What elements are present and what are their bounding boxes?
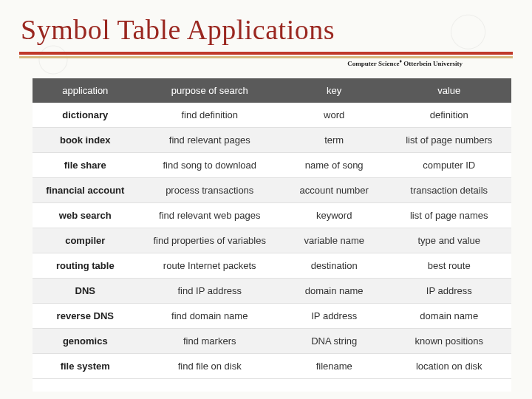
table-row: reverse DNSfind domain nameIP addressdom… [33, 304, 511, 329]
table-row: routing tableroute Internet packetsdesti… [33, 253, 511, 279]
th-purpose: purpose of search [138, 78, 282, 103]
cell-app: routing table [33, 253, 138, 279]
th-application: application [33, 78, 138, 103]
cell-value: location on disk [386, 354, 511, 379]
cell-key: variable name [282, 228, 387, 253]
cell-value: known positions [386, 329, 511, 354]
cell-value: best route [386, 253, 511, 279]
affiliation-suffix: Otterbein University [403, 60, 463, 67]
cell-key: term [282, 128, 387, 153]
table-row: financial accountprocess transactionsacc… [33, 178, 511, 203]
cell-value: type and value [386, 228, 511, 253]
cell-app: dictionary [33, 103, 138, 128]
cell-purpose: find properties of variables [138, 228, 282, 253]
cell-app: book index [33, 128, 138, 153]
cell-key: filename [282, 354, 387, 379]
table-row: book indexfind relevant pagestermlist of… [33, 128, 511, 153]
rule-red [19, 52, 513, 55]
table-row: compilerfind properties of variablesvari… [33, 228, 511, 253]
cell-app: file share [33, 153, 138, 178]
applications-table: application purpose of search key value … [33, 78, 511, 379]
cell-purpose: find markers [138, 329, 282, 354]
cell-purpose: find IP address [138, 279, 282, 304]
cell-app: web search [33, 203, 138, 228]
cell-key: name of song [282, 153, 387, 178]
cell-value: computer ID [386, 153, 511, 178]
cell-purpose: find relevant pages [138, 128, 282, 153]
cell-value: transaction details [386, 178, 511, 203]
cell-app: financial account [33, 178, 138, 203]
table-row: DNSfind IP addressdomain nameIP address [33, 279, 511, 304]
cell-app: compiler [33, 228, 138, 253]
table-row: file systemfind file on diskfilenameloca… [33, 354, 511, 379]
cell-value: domain name [386, 304, 511, 329]
cell-app: reverse DNS [33, 304, 138, 329]
cell-purpose: find domain name [138, 304, 282, 329]
diamond-icon: ♦ [399, 58, 402, 64]
cell-key: IP address [282, 304, 387, 329]
cell-key: keyword [282, 203, 387, 228]
divider-rules [19, 52, 513, 58]
cell-value: definition [386, 103, 511, 128]
affiliation: Computer Science♦ Otterbein University [344, 58, 466, 67]
cell-app: DNS [33, 279, 138, 304]
table-row: dictionaryfind definitionworddefinition [33, 103, 511, 128]
cell-purpose: process transactions [138, 178, 282, 203]
table-header-row: application purpose of search key value [33, 78, 511, 103]
cell-key: domain name [282, 279, 387, 304]
page-title: Symbol Table Applications [0, 0, 532, 50]
cell-app: genomics [33, 329, 138, 354]
table-container: application purpose of search key value … [33, 78, 511, 392]
cell-purpose: find definition [138, 103, 282, 128]
cell-value: IP address [386, 279, 511, 304]
th-key: key [282, 78, 387, 103]
table-row: web searchfind relevant web pageskeyword… [33, 203, 511, 228]
affiliation-prefix: Computer Science [347, 60, 399, 67]
cell-purpose: find file on disk [138, 354, 282, 379]
cell-key: account number [282, 178, 387, 203]
cell-purpose: find relevant web pages [138, 203, 282, 228]
cell-key: word [282, 103, 387, 128]
cell-purpose: find song to download [138, 153, 282, 178]
cell-purpose: route Internet packets [138, 253, 282, 279]
slide: Symbol Table Applications Computer Scien… [0, 0, 532, 399]
cell-key: destination [282, 253, 387, 279]
cell-key: DNA string [282, 329, 387, 354]
th-value: value [386, 78, 511, 103]
table-row: file sharefind song to downloadname of s… [33, 153, 511, 178]
table-row: genomicsfind markersDNA stringknown posi… [33, 329, 511, 354]
cell-app: file system [33, 354, 138, 379]
cell-value: list of page numbers [386, 128, 511, 153]
cell-value: list of page names [386, 203, 511, 228]
